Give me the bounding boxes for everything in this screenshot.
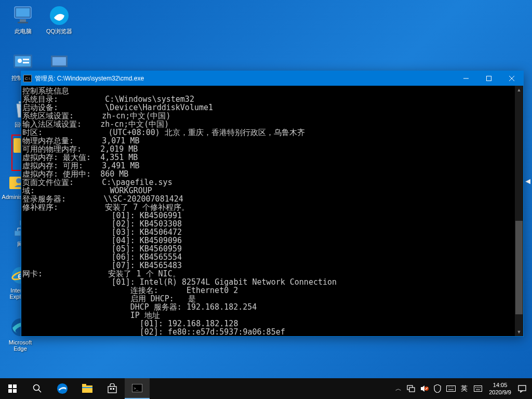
svg-point-36 (34, 385, 39, 391)
desktop-icon-label: QQ浏览器 (42, 28, 77, 35)
svg-rect-18 (15, 231, 21, 236)
svg-rect-40 (82, 384, 86, 386)
svg-marker-47 (421, 385, 424, 392)
svg-rect-8 (23, 59, 29, 60)
desktop-icon-qq[interactable]: QQ浏览器 (42, 5, 77, 35)
system-tray[interactable]: ︿ 英 14:05 2020/9/9 (393, 378, 532, 399)
maximize-button[interactable] (477, 71, 500, 86)
scrollbar-arrow-down-icon[interactable]: ▼ (515, 328, 523, 336)
cmd-window[interactable]: C:\ 管理员: C:\Windows\system32\cmd.exe 控制系… (21, 71, 524, 337)
svg-rect-42 (108, 387, 116, 393)
search-button[interactable] (25, 378, 50, 399)
svg-rect-2 (20, 19, 26, 22)
svg-point-57 (476, 388, 476, 388)
taskbar-edge-icon[interactable] (50, 378, 75, 399)
desktop-icon-computer[interactable]: 此电脑 (5, 5, 41, 35)
desktop[interactable]: 此电脑QQ浏览器控制面板回收站Administrator网络eInternet … (0, 0, 532, 399)
svg-point-58 (478, 388, 478, 388)
tray-time: 14:05 (489, 381, 511, 389)
close-button[interactable] (500, 71, 523, 86)
start-button[interactable] (0, 378, 25, 399)
svg-rect-33 (13, 384, 17, 388)
svg-point-59 (480, 388, 481, 388)
desktop-icon-label: 此电脑 (5, 28, 41, 35)
svg-rect-35 (13, 389, 17, 393)
taskbar-cmd-icon[interactable]: >_ (125, 378, 150, 399)
svg-rect-41 (82, 387, 92, 388)
tray-volume-icon[interactable] (418, 378, 431, 399)
svg-rect-29 (487, 76, 491, 81)
svg-rect-11 (52, 57, 66, 65)
window-title: 管理员: C:\Windows\system32\cmd.exe (35, 74, 455, 83)
svg-rect-32 (8, 384, 12, 388)
taskbar-explorer-icon[interactable] (75, 378, 100, 399)
tray-security-icon[interactable] (431, 378, 444, 399)
tray-ime-keyboard-icon[interactable] (471, 378, 485, 399)
tray-chevron-up-icon[interactable]: ︿ (393, 378, 404, 399)
tray-date: 2020/9/9 (489, 389, 511, 396)
svg-rect-61 (518, 385, 526, 391)
minimize-button[interactable] (455, 71, 477, 86)
computer-icon (12, 5, 33, 26)
svg-rect-1 (16, 8, 30, 17)
tray-clock[interactable]: 14:05 2020/9/9 (485, 381, 515, 396)
svg-rect-44 (113, 388, 114, 390)
tray-ime-lang[interactable]: 英 (458, 378, 471, 399)
generic-icon (49, 52, 70, 73)
scrollbar-arrow-up-icon[interactable]: ▲ (515, 86, 523, 94)
tray-keyboard-icon[interactable] (444, 378, 458, 399)
cmd-output[interactable]: 控制系统信息 系统目录: C:\Windows\system32 启动设备: \… (21, 86, 515, 336)
desktop-icon-label: Microsoft Edge (3, 339, 38, 352)
cmd-body: 控制系统信息 系统目录: C:\Windows\system32 启动设备: \… (21, 86, 523, 336)
tray-notifications-icon[interactable] (515, 378, 529, 399)
titlebar[interactable]: C:\ 管理员: C:\Windows\system32\cmd.exe (21, 71, 523, 86)
svg-rect-39 (82, 385, 92, 393)
svg-point-7 (18, 59, 22, 63)
scrollbar-thumb[interactable] (515, 221, 523, 314)
taskbar-spacer (150, 378, 393, 399)
svg-line-37 (38, 390, 41, 392)
tray-network-icon[interactable] (404, 378, 418, 399)
svg-rect-14 (14, 138, 21, 141)
svg-rect-3 (18, 22, 28, 23)
scrollbar[interactable]: ▲ ▼ (515, 86, 523, 336)
taskbar[interactable]: >_ ︿ 英 14:05 2020/9/9 (0, 378, 532, 399)
qq-icon (49, 5, 70, 26)
svg-rect-46 (409, 388, 415, 392)
svg-rect-34 (8, 389, 12, 393)
taskbar-store-icon[interactable] (100, 378, 125, 399)
window-controls (455, 71, 523, 86)
control-icon (12, 52, 33, 73)
svg-rect-43 (110, 388, 112, 390)
svg-rect-6 (15, 56, 31, 66)
svg-rect-56 (474, 386, 482, 392)
cmd-icon: C:\ (23, 75, 32, 82)
resize-arrow-icon: ◄ (524, 177, 532, 186)
svg-rect-9 (23, 62, 29, 63)
svg-rect-50 (447, 386, 456, 392)
